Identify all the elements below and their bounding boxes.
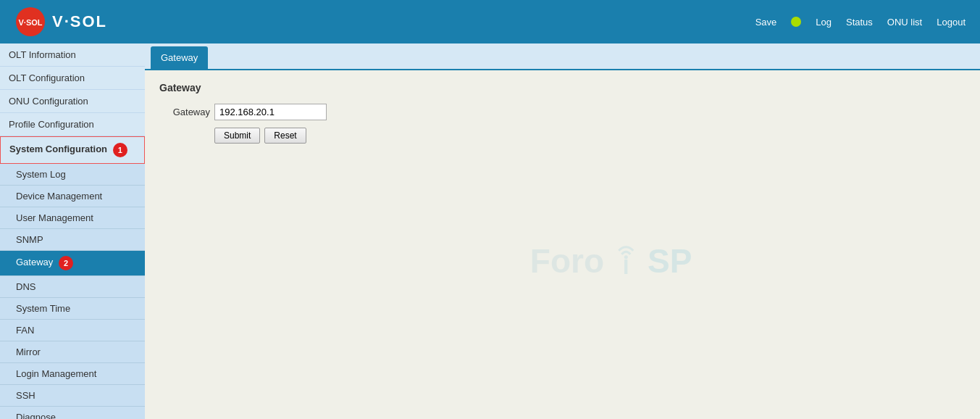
isp-logo-svg: I [604, 236, 648, 277]
sidebar-item-olt-configuration[interactable]: OLT Configuration [0, 67, 145, 90]
sidebar-item-mirror[interactable]: Mirror [0, 341, 145, 363]
sidebar-item-olt-information[interactable]: OLT Information [0, 43, 145, 67]
form-buttons: Submit Reset [214, 128, 966, 144]
svg-text:I: I [623, 254, 629, 277]
watermark-isp: I [604, 236, 648, 285]
sidebar-item-snmp[interactable]: SNMP [0, 229, 145, 251]
sidebar-item-profile-configuration[interactable]: Profile Configuration [0, 113, 145, 136]
svg-text:V·SOL: V·SOL [18, 18, 42, 27]
badge-1: 1 [113, 143, 127, 157]
status-dot [791, 17, 801, 27]
sidebar-item-dns[interactable]: DNS [0, 276, 145, 298]
main-layout: OLT Information OLT Configuration ONU Co… [0, 43, 980, 419]
svg-point-2 [624, 255, 627, 259]
onu-list-link[interactable]: ONU list [887, 17, 922, 28]
logo-area: V·SOL V·SOL [14, 6, 107, 38]
sidebar-item-diagnose[interactable]: Diagnose [0, 407, 145, 419]
watermark-foro: Foro [530, 241, 604, 280]
sidebar-item-gateway[interactable]: Gateway 2 [0, 251, 145, 276]
sidebar-item-login-management[interactable]: Login Management [0, 363, 145, 385]
gateway-tab[interactable]: Gateway [151, 46, 208, 69]
submit-button[interactable]: Submit [214, 128, 260, 144]
logout-button[interactable]: Logout [937, 17, 966, 28]
watermark-sp: SP [648, 241, 692, 280]
sidebar-item-device-management[interactable]: Device Management [0, 186, 145, 207]
sidebar-item-onu-configuration[interactable]: ONU Configuration [0, 90, 145, 113]
section-title: Gateway [159, 82, 966, 94]
gateway-label: Gateway [159, 107, 210, 117]
log-link[interactable]: Log [816, 17, 832, 28]
vsol-logo-icon: V·SOL [14, 6, 46, 38]
content-tab-bar: Gateway [145, 43, 980, 70]
status-link[interactable]: Status [846, 17, 873, 28]
content-body: Gateway Gateway Submit Reset [145, 70, 980, 155]
sidebar-item-system-configuration[interactable]: System Configuration 1 [0, 136, 145, 164]
sidebar-item-ssh[interactable]: SSH [0, 385, 145, 407]
watermark: Foro I SP [530, 236, 692, 285]
sidebar-item-system-log[interactable]: System Log [0, 164, 145, 186]
sidebar-item-user-management[interactable]: User Management [0, 207, 145, 229]
header: V·SOL V·SOL Save Log Status ONU list Log… [0, 0, 980, 43]
content-area: Gateway Gateway Gateway Submit Reset For… [145, 43, 980, 419]
reset-button[interactable]: Reset [264, 128, 306, 144]
save-button[interactable]: Save [755, 17, 777, 28]
badge-2: 2 [59, 256, 73, 270]
header-nav: Save Log Status ONU list Logout [755, 17, 966, 28]
sidebar-item-fan[interactable]: FAN [0, 320, 145, 341]
logo-text: V·SOL [52, 12, 107, 31]
gateway-form-row: Gateway [159, 104, 966, 120]
sidebar: OLT Information OLT Configuration ONU Co… [0, 43, 145, 419]
sidebar-item-system-time[interactable]: System Time [0, 298, 145, 320]
gateway-input[interactable] [214, 104, 327, 120]
